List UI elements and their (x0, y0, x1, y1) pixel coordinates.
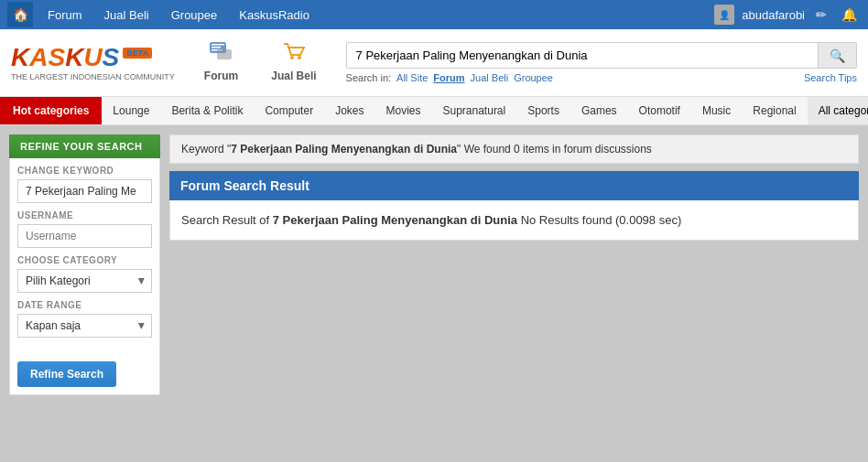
main-content: REFINE YOUR SEARCH CHANGE KEYWORD USERNA… (0, 125, 868, 404)
category-bar: Hot categories Lounge Berita & Politik C… (0, 97, 868, 125)
search-area: 🔍 Search in: All Site Forum Jual Beli Gr… (346, 42, 857, 83)
cat-computer[interactable]: Computer (254, 97, 324, 124)
result-body: Search Result of 7 Pekerjaan Paling Meny… (169, 200, 859, 241)
keyword-text: 7 Pekerjaan Paling Menyenangkan di Dunia (231, 143, 457, 156)
search-forum[interactable]: Forum (433, 72, 464, 83)
cat-berita[interactable]: Berita & Politik (160, 97, 254, 124)
search-allsite[interactable]: All Site (396, 72, 428, 83)
edit-icon[interactable]: ✏ (812, 7, 830, 22)
all-categories-button[interactable]: All categories ▼ (808, 97, 868, 124)
jualbeli-icon (280, 40, 308, 68)
result-prefix: Search Result of (181, 213, 273, 227)
result-header: Forum Search Result (169, 171, 859, 200)
nav-forum-label: Forum (204, 70, 238, 82)
cat-music[interactable]: Music (691, 97, 742, 124)
topnav-jualbeli[interactable]: Jual Beli (93, 0, 160, 29)
cat-sports[interactable]: Sports (516, 97, 570, 124)
date-range-select[interactable]: Kapan saja (17, 314, 152, 338)
cat-jokes[interactable]: Jokes (324, 97, 374, 124)
topnav-kaskusradio[interactable]: KaskusRadio (228, 0, 320, 29)
header: KASKUSBETA THE LARGEST INDONESIAN COMMUN… (0, 29, 868, 97)
top-nav-right: 👤 abudafarobi ✏ 🔔 (714, 5, 861, 25)
sidebar-section: CHANGE KEYWORD USERNAME CHOOSE CATEGORY … (9, 158, 160, 395)
search-input[interactable] (347, 43, 818, 68)
refine-search-button[interactable]: Refine Search (17, 361, 116, 387)
hot-categories-button[interactable]: Hot categories (0, 97, 102, 124)
cat-regional[interactable]: Regional (742, 97, 807, 124)
sidebar: REFINE YOUR SEARCH CHANGE KEYWORD USERNA… (9, 134, 160, 395)
topnav-forum[interactable]: Forum (37, 0, 93, 29)
keyword-input[interactable] (17, 179, 152, 203)
result-suffix: No Results found (0.0098 sec) (517, 213, 681, 227)
category-select[interactable]: Pilih Kategori (17, 269, 152, 293)
logo: KASKUSBETA (11, 45, 175, 70)
result-keyword: 7 Pekerjaan Paling Menyenangkan di Dunia (273, 213, 517, 227)
nav-jualbeli[interactable]: Jual Beli (256, 37, 331, 89)
cat-movies[interactable]: Movies (374, 97, 431, 124)
avatar: 👤 (714, 5, 734, 25)
category-select-wrapper: Pilih Kategori (17, 269, 152, 293)
date-range-label: DATE RANGE (17, 300, 152, 310)
nav-forum[interactable]: Forum (190, 37, 253, 89)
search-groupee[interactable]: Groupee (514, 72, 553, 83)
cat-otomotif[interactable]: Otomotif (628, 97, 691, 124)
logo-area: KASKUSBETA THE LARGEST INDONESIAN COMMUN… (11, 45, 175, 81)
logo-subtitle: THE LARGEST INDONESIAN COMMUNITY (11, 72, 175, 81)
keyword-line: Keyword "7 Pekerjaan Paling Menyenangkan… (169, 134, 859, 164)
search-in-label: Search in: (346, 72, 392, 83)
svg-rect-1 (212, 44, 224, 46)
svg-rect-2 (212, 47, 221, 48)
search-box: 🔍 (346, 42, 857, 69)
svg-point-6 (298, 56, 301, 59)
search-button[interactable]: 🔍 (818, 43, 856, 68)
nav-icons: Forum Jual Beli (190, 37, 331, 89)
bell-icon[interactable]: 🔔 (838, 7, 861, 22)
date-range-wrapper: Kapan saja (17, 314, 152, 338)
keyword-prefix: Keyword " (181, 143, 231, 156)
search-jualbeli[interactable]: Jual Beli (471, 72, 509, 83)
all-categories-label: All categories (819, 104, 868, 117)
refine-your-search-header: REFINE YOUR SEARCH (9, 134, 160, 158)
cat-games[interactable]: Games (570, 97, 628, 124)
choose-category-label: CHOOSE CATEGORY (17, 255, 152, 265)
username-input[interactable] (17, 224, 152, 248)
svg-point-5 (290, 56, 294, 59)
search-tips-link[interactable]: Search Tips (804, 72, 857, 83)
svg-rect-4 (217, 49, 232, 59)
keyword-suffix: " We found 0 items in forum discussions (457, 143, 652, 156)
cat-supranatural[interactable]: Supranatural (432, 97, 517, 124)
nav-jualbeli-label: Jual Beli (271, 70, 316, 82)
cat-lounge[interactable]: Lounge (102, 97, 160, 124)
change-keyword-label: CHANGE KEYWORD (17, 166, 152, 176)
search-options: Search in: All Site Forum Jual Beli Grou… (346, 72, 857, 83)
username-label: USERNAME (17, 210, 152, 220)
results-area: Keyword "7 Pekerjaan Paling Menyenangkan… (169, 134, 859, 395)
home-button[interactable]: 🏠 (7, 2, 33, 27)
top-navigation: 🏠 Forum Jual Beli Groupee KaskusRadio 👤 … (0, 0, 868, 29)
forum-icon (208, 40, 235, 68)
username-label: abudafarobi (742, 8, 805, 22)
topnav-groupee[interactable]: Groupee (160, 0, 229, 29)
